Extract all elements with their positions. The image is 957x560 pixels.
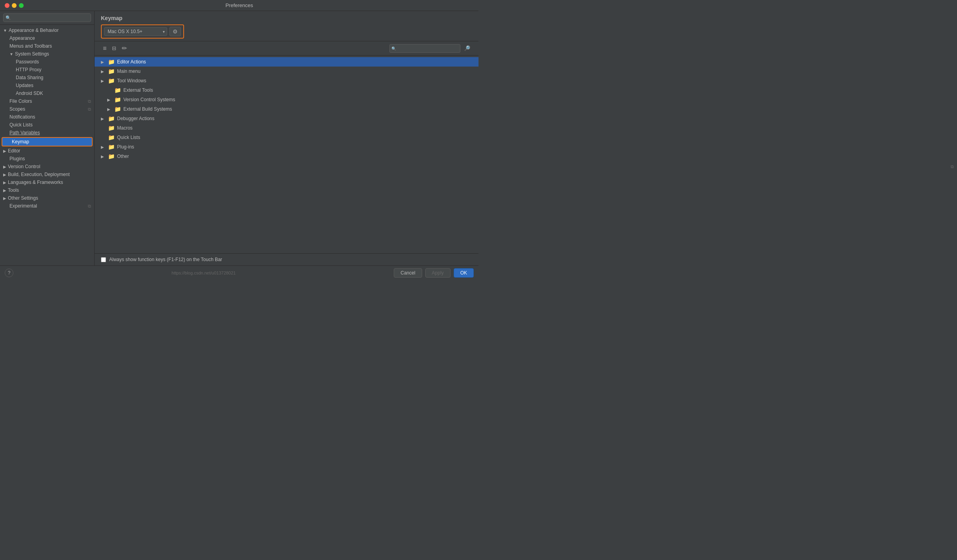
sidebar-item-appearance-behavior[interactable]: ▼ Appearance & Behavior (0, 26, 94, 34)
sidebar-item-label: Tools (8, 187, 19, 193)
tree-item-debugger-actions[interactable]: ▶ 📁 Debugger Actions (95, 114, 478, 123)
tree-expand-arrow-icon: ▶ (107, 98, 112, 102)
sidebar-item-path-variables[interactable]: Path Variables (0, 129, 94, 137)
tree-expand-arrow-icon: ▶ (101, 79, 106, 83)
traffic-lights[interactable] (5, 3, 24, 8)
keymap-dropdown-wrapper: Mac OS X 10.5+ Mac OS X Default ▾ (104, 27, 167, 36)
find-shortcut-button[interactable]: 🔎 (462, 45, 472, 52)
sidebar-item-system-settings[interactable]: ▼ System Settings (0, 50, 94, 58)
sidebar-item-other-settings[interactable]: ▶ Other Settings (0, 194, 94, 202)
tree-item-label: Other (117, 154, 129, 159)
keymap-search-input[interactable] (389, 44, 460, 53)
sidebar-item-scopes[interactable]: Scopes ⧉ (0, 105, 94, 113)
tree-item-label: Debugger Actions (117, 116, 155, 121)
content-header: Keymap Mac OS X 10.5+ Mac OS X Default ▾… (95, 11, 478, 41)
sidebar-item-file-colors[interactable]: File Colors ⧉ (0, 97, 94, 105)
maximize-button[interactable] (19, 3, 24, 8)
tree-item-label: Macros (117, 125, 132, 131)
sidebar-item-notifications[interactable]: Notifications (0, 113, 94, 121)
sidebar-item-data-sharing[interactable]: Data Sharing (0, 74, 94, 82)
close-button[interactable] (5, 3, 9, 8)
sidebar-item-android-sdk[interactable]: Android SDK (0, 89, 94, 97)
tree-item-other[interactable]: ▶ 📁 Other (95, 152, 478, 161)
tree-item-label: External Build Systems (123, 106, 172, 112)
touch-bar-checkbox[interactable] (101, 257, 106, 262)
touch-bar-label: Always show function keys (F1-F12) on th… (109, 257, 222, 262)
ok-button[interactable]: OK (454, 268, 474, 278)
toolbar-search-icon: 🔍 (391, 46, 396, 50)
sidebar-item-label: Updates (16, 83, 34, 88)
sidebar: 🔍 ▼ Appearance & Behavior Appearance Men… (0, 11, 95, 265)
folder-icon: 📁 (108, 144, 115, 150)
expand-arrow-icon: ▶ (3, 180, 6, 185)
tree-item-macros[interactable]: 📁 Macros (95, 123, 478, 133)
keymap-dropdown[interactable]: Mac OS X 10.5+ Mac OS X Default (104, 27, 167, 36)
tree-item-external-tools[interactable]: 📁 External Tools (95, 85, 478, 95)
sidebar-item-label: HTTP Proxy (16, 67, 41, 72)
sidebar-item-label: Passwords (16, 59, 39, 65)
folder-icon: 📁 (108, 59, 115, 65)
copy-icon: ⧉ (88, 204, 91, 209)
tree-expand-arrow-icon: ▶ (107, 107, 112, 111)
cancel-button[interactable]: Cancel (394, 268, 422, 278)
keymap-gear-button[interactable]: ⚙ (169, 27, 181, 36)
tree-item-plug-ins[interactable]: ▶ 📁 Plug-ins (95, 142, 478, 152)
sidebar-item-tools[interactable]: ▶ Tools (0, 186, 94, 194)
sidebar-item-version-control[interactable]: ▶ Version Control ⧉ (0, 163, 94, 171)
sidebar-item-keymap[interactable]: Keymap (2, 137, 93, 146)
sidebar-item-build-execution[interactable]: ▶ Build, Execution, Deployment (0, 171, 94, 178)
sidebar-item-menus-toolbars[interactable]: Menus and Toolbars (0, 42, 94, 50)
sidebar-item-label: Path Variables (9, 130, 40, 135)
tree-item-label: Main menu (117, 69, 140, 74)
sidebar-item-label: System Settings (15, 51, 49, 57)
sidebar-item-label: Keymap (12, 139, 29, 145)
collapse-all-button[interactable]: ⊟ (110, 45, 118, 52)
folder-icon: 📁 (114, 96, 121, 103)
tree-expand-arrow-icon: ▶ (101, 60, 106, 64)
folder-icon: 📁 (108, 125, 115, 131)
expand-all-button[interactable]: ≡ (101, 44, 108, 53)
sidebar-item-editor[interactable]: ▶ Editor (0, 147, 94, 155)
copy-icon: ⧉ (88, 107, 91, 112)
sidebar-search-input[interactable] (3, 13, 91, 22)
folder-icon: 📁 (108, 78, 115, 84)
sidebar-item-experimental[interactable]: Experimental ⧉ (0, 202, 94, 210)
keymap-tree: ▶ 📁 Editor Actions ▶ 📁 Main menu ▶ 📁 Too… (95, 56, 478, 253)
tree-expand-arrow-icon: ▶ (101, 145, 106, 149)
minimize-button[interactable] (12, 3, 17, 8)
sidebar-item-passwords[interactable]: Passwords (0, 58, 94, 66)
sidebar-item-http-proxy[interactable]: HTTP Proxy (0, 66, 94, 74)
expand-arrow-icon: ▶ (3, 196, 6, 200)
expand-arrow-icon: ▼ (3, 28, 7, 33)
sidebar-item-label: Quick Lists (9, 122, 33, 128)
tree-item-main-menu[interactable]: ▶ 📁 Main menu (95, 67, 478, 76)
sidebar-item-appearance[interactable]: Appearance (0, 34, 94, 42)
content-area: Keymap Mac OS X 10.5+ Mac OS X Default ▾… (95, 11, 478, 265)
sidebar-item-plugins[interactable]: Plugins (0, 155, 94, 163)
expand-arrow-icon: ▶ (3, 165, 6, 169)
sidebar-item-quick-lists[interactable]: Quick Lists (0, 121, 94, 129)
tree-item-version-control-systems[interactable]: ▶ 📁 Version Control Systems (95, 95, 478, 104)
toolbar-search-wrapper: 🔍 (389, 44, 460, 53)
sidebar-item-label: Build, Execution, Deployment (8, 172, 70, 177)
edit-shortcut-button[interactable]: ✏ (120, 44, 129, 53)
sidebar-item-label: File Colors (9, 98, 32, 104)
tree-item-label: External Tools (123, 87, 153, 93)
copy-icon: ⧉ (88, 99, 91, 104)
help-button[interactable]: ? (5, 269, 13, 277)
tree-item-label: Quick Lists (117, 135, 140, 140)
sidebar-item-label: Menus and Toolbars (9, 43, 52, 49)
folder-icon: 📁 (114, 87, 121, 93)
tree-expand-arrow-icon: ▶ (101, 154, 106, 159)
sidebar-item-languages-frameworks[interactable]: ▶ Languages & Frameworks (0, 178, 94, 186)
tree-item-external-build-systems[interactable]: ▶ 📁 External Build Systems (95, 104, 478, 114)
sidebar-items: ▼ Appearance & Behavior Appearance Menus… (0, 25, 94, 265)
sidebar-item-updates[interactable]: Updates (0, 82, 94, 89)
tree-item-tool-windows[interactable]: ▶ 📁 Tool Windows (95, 76, 478, 85)
window-title: Preferences (225, 2, 253, 8)
tree-item-quick-lists[interactable]: 📁 Quick Lists (95, 133, 478, 142)
tree-expand-arrow-icon: ▶ (101, 117, 106, 121)
tree-expand-arrow-icon: ▶ (101, 69, 106, 74)
apply-button[interactable]: Apply (425, 268, 451, 278)
tree-item-editor-actions[interactable]: ▶ 📁 Editor Actions (95, 57, 478, 67)
